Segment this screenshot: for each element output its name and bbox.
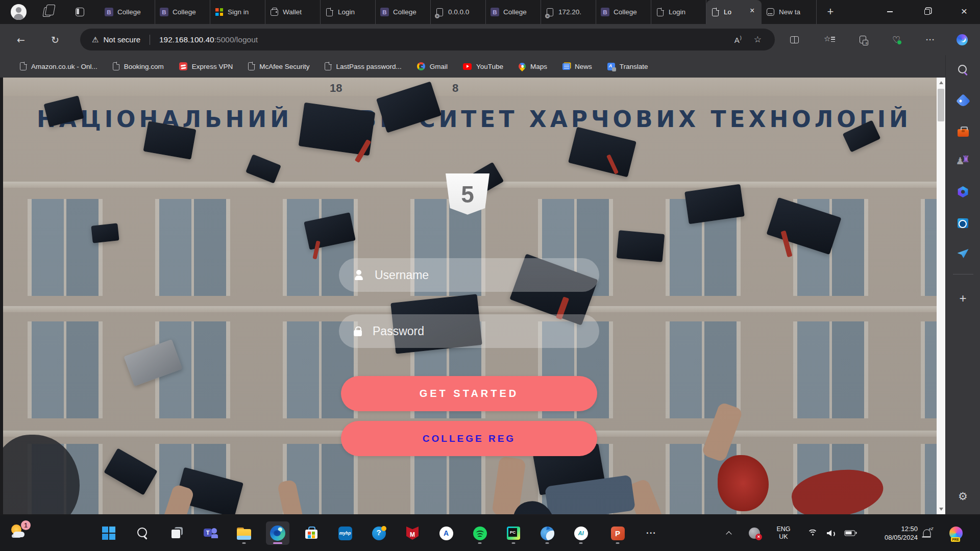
read-aloud-icon[interactable]: A [734, 35, 742, 44]
window-minimize-button[interactable] [878, 0, 901, 23]
myhp-icon[interactable]: myhp [333, 521, 357, 545]
new-tab-button[interactable]: + [823, 5, 838, 20]
teams-icon[interactable]: T [199, 521, 222, 545]
pycharm-icon[interactable]: PC [502, 521, 525, 545]
mcafee-icon[interactable]: M [401, 521, 424, 545]
tab-login-2[interactable]: Login [651, 0, 706, 24]
tab-label: Lo [724, 8, 744, 16]
battery-icon[interactable] [845, 531, 855, 536]
tab-172[interactable]: 172.20. [541, 0, 596, 24]
google-icon [417, 62, 425, 70]
bookmark-booking[interactable]: Booking.com [105, 59, 172, 73]
sidebar-drop-icon[interactable] [954, 245, 972, 262]
get-started-button[interactable]: GET STARTED [341, 376, 597, 411]
window-close-button[interactable] [952, 0, 976, 23]
back-icon[interactable]: ← [13, 32, 29, 47]
tray-copilot-icon[interactable]: PRE [949, 527, 963, 540]
language-indicator[interactable]: ENG UK [776, 525, 790, 541]
ai-app-icon[interactable]: AI [569, 521, 593, 545]
a-app-icon[interactable]: A [434, 521, 458, 545]
tab-label: College [503, 8, 536, 16]
tray-mcafee-icon[interactable] [749, 528, 760, 539]
username-input[interactable] [374, 258, 599, 292]
sidebar-games-icon[interactable] [954, 152, 972, 169]
browser-tab-bar: B College B College Sign in Wallet Login… [0, 0, 980, 24]
tray-chevron-icon[interactable] [727, 531, 732, 536]
bookmark-expressvpn[interactable]: Express VPN [172, 59, 240, 73]
dolphin-app-icon[interactable] [535, 521, 559, 545]
tab-college-2[interactable]: B College [155, 0, 210, 24]
page-icon [20, 62, 27, 70]
bookmark-mcafee[interactable]: McAfee Security [240, 59, 317, 73]
page-scrollbar[interactable] [937, 78, 945, 514]
clock[interactable]: 12:50 08/05/2024 [885, 524, 918, 542]
scrollbar-thumb[interactable] [938, 89, 944, 121]
weather-widget-icon[interactable]: 1 [9, 522, 33, 544]
college-reg-button[interactable]: COLLEGE REG [341, 421, 597, 456]
powerpoint-icon[interactable]: P [606, 521, 629, 545]
settings-menu-icon[interactable] [926, 24, 935, 55]
tab-login-1[interactable]: Login [321, 0, 376, 24]
start-button[interactable] [97, 521, 120, 545]
tab-new-tab-page[interactable]: New ta [762, 0, 817, 24]
copilot-icon[interactable] [957, 24, 968, 55]
address-bar[interactable]: ⚠ Not secure 192.168.100.40:5000/logout … [80, 29, 775, 51]
sidebar-search-icon[interactable] [954, 61, 972, 79]
sidebar-tools-icon[interactable] [954, 123, 972, 140]
edge-icon[interactable] [266, 521, 289, 545]
microsoft-store-icon[interactable] [300, 521, 323, 545]
refresh-icon[interactable]: ↻ [47, 32, 63, 47]
bookmark-gmail[interactable]: Gmail [409, 59, 455, 73]
username-field[interactable] [339, 258, 599, 292]
split-screen-icon[interactable] [790, 24, 799, 55]
spotify-icon[interactable] [468, 521, 492, 545]
tab-logout-active[interactable]: Lo [706, 0, 762, 24]
sidebar-shopping-icon[interactable] [954, 92, 972, 110]
bookmark-lastpass[interactable]: LastPass password... [317, 59, 409, 73]
favorite-star-icon[interactable] [754, 34, 762, 45]
bootstrap-favicon: B [105, 8, 113, 16]
bookmark-youtube[interactable]: YouTube [455, 60, 511, 73]
collections-icon[interactable] [860, 24, 866, 55]
tab-actions-icon[interactable] [76, 8, 84, 16]
notification-bell-icon[interactable] [923, 530, 931, 537]
bookmark-translate[interactable]: Translate [600, 60, 656, 73]
tab-college-5[interactable]: B College [596, 0, 651, 24]
file-explorer-icon[interactable] [232, 521, 256, 545]
tab-college-3[interactable]: B College [376, 0, 431, 24]
taskbar-search-icon[interactable] [131, 521, 154, 545]
bookmark-amazon[interactable]: Amazon.co.uk - Onl... [12, 59, 105, 73]
password-field[interactable] [339, 314, 599, 348]
sidebar-microsoft365-icon[interactable] [954, 183, 972, 201]
task-view-icon[interactable] [165, 521, 188, 545]
workspaces-icon[interactable] [42, 7, 52, 17]
browser-essentials-icon[interactable] [892, 24, 900, 55]
tab-sign-in[interactable]: Sign in [210, 0, 265, 24]
tab-label: 0.0.0.0 [448, 8, 481, 16]
tab-wallet[interactable]: Wallet [265, 0, 321, 24]
bookmark-news[interactable]: News [555, 60, 600, 73]
tab-close-icon[interactable] [748, 8, 757, 16]
scroll-down-icon[interactable] [939, 508, 943, 511]
sidebar-settings-icon[interactable] [954, 488, 972, 505]
tab-college-1[interactable]: B College [100, 0, 155, 24]
sidebar-add-icon[interactable] [954, 290, 972, 307]
wallet-favicon [270, 8, 279, 16]
hp-support-icon[interactable] [367, 521, 390, 545]
tab-label: College [393, 8, 426, 16]
scroll-up-icon[interactable] [939, 81, 943, 84]
favorites-icon[interactable] [824, 24, 835, 55]
wifi-icon[interactable] [807, 530, 818, 537]
tab-0000[interactable]: 0.0.0.0 [431, 0, 486, 24]
bookmark-maps[interactable]: Maps [511, 60, 555, 73]
window-restore-button[interactable] [915, 0, 939, 23]
security-label: Not secure [103, 35, 140, 44]
taskbar-overflow-icon[interactable] [640, 521, 663, 545]
profile-avatar[interactable] [11, 4, 27, 20]
tab-college-4[interactable]: B College [486, 0, 541, 24]
page-favicon [656, 8, 665, 16]
password-input[interactable] [372, 314, 599, 348]
time: 12:50 [885, 524, 918, 533]
volume-icon[interactable] [827, 530, 836, 537]
sidebar-outlook-icon[interactable] [954, 214, 972, 232]
